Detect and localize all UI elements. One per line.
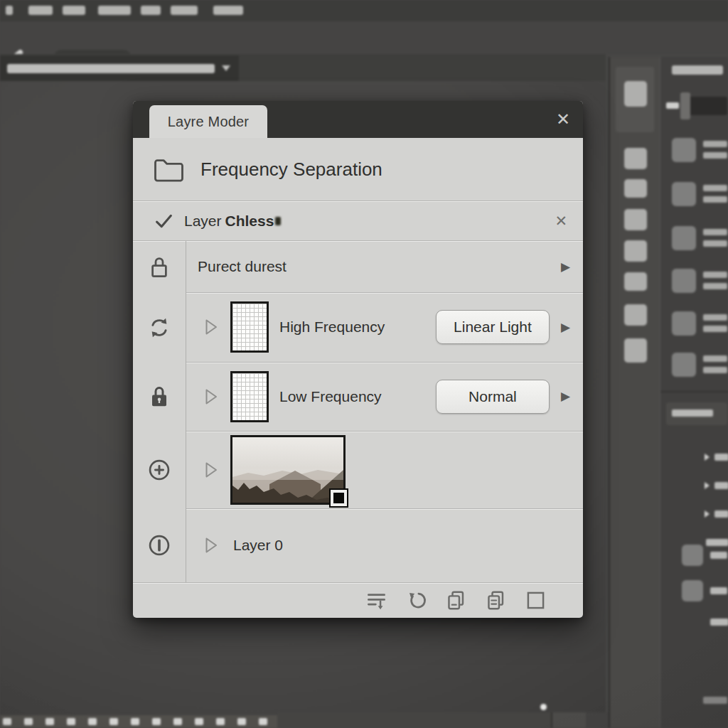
status-icon[interactable] bbox=[24, 718, 33, 725]
status-icon[interactable] bbox=[216, 718, 225, 725]
menu-item-blurred[interactable] bbox=[171, 6, 198, 15]
document-tab[interactable] bbox=[0, 55, 239, 81]
panel-icon-blurred[interactable] bbox=[672, 182, 696, 206]
status-icon[interactable] bbox=[3, 718, 11, 725]
adjust-lines-icon[interactable] bbox=[366, 590, 387, 611]
collapse-arrow-icon[interactable] bbox=[705, 454, 710, 461]
undo-rotate-icon[interactable] bbox=[406, 590, 427, 611]
status-bar-middle bbox=[277, 712, 551, 728]
panel-label-blurred bbox=[703, 229, 727, 235]
dialog-footer-toolbar bbox=[133, 582, 583, 618]
layer-row-purect-durest[interactable]: Purect durest ▶ bbox=[186, 241, 583, 292]
collapse-arrow-icon[interactable] bbox=[705, 482, 710, 489]
menu-item-blurred[interactable] bbox=[213, 6, 243, 15]
group-row-frequency-separation[interactable]: Frequency Separation bbox=[133, 138, 583, 200]
tool-icon-blurred[interactable] bbox=[624, 338, 647, 363]
expand-arrow-icon[interactable]: ▶ bbox=[561, 261, 570, 273]
panel-item-blurred bbox=[714, 482, 728, 489]
layer-label: Purect durest bbox=[198, 258, 287, 275]
layers-rail bbox=[133, 241, 186, 582]
tool-icon-blurred[interactable] bbox=[624, 148, 647, 169]
layer-thumbnail-transparent[interactable] bbox=[230, 371, 269, 422]
panel-icon-blurred[interactable] bbox=[682, 580, 703, 601]
panel-section-header[interactable] bbox=[666, 402, 727, 425]
panel-icon-blurred[interactable] bbox=[672, 226, 696, 250]
expand-arrow-icon[interactable]: ▶ bbox=[561, 390, 570, 402]
panel-icon-blurred[interactable] bbox=[672, 269, 696, 293]
tool-icon-blurred[interactable] bbox=[624, 179, 647, 198]
close-icon[interactable]: ✕ bbox=[555, 213, 567, 228]
menu-item-blurred[interactable] bbox=[63, 6, 85, 15]
tool-icon-blurred[interactable] bbox=[624, 240, 647, 262]
rail-cell[interactable] bbox=[133, 241, 186, 293]
tool-icon-blurred[interactable] bbox=[624, 209, 647, 230]
status-icon[interactable] bbox=[131, 718, 139, 725]
panel-item-blurred bbox=[714, 454, 728, 461]
dialog-titlebar[interactable]: Layre Moder ✕ bbox=[133, 101, 583, 138]
dialog-tab[interactable]: Layre Moder bbox=[149, 105, 267, 138]
panel-icon-blurred[interactable] bbox=[682, 545, 703, 566]
panel-label-blurred bbox=[703, 141, 727, 147]
status-icon[interactable] bbox=[152, 718, 161, 725]
check-icon bbox=[154, 213, 173, 229]
options-bar bbox=[0, 21, 728, 54]
menu-item-blurred[interactable] bbox=[28, 6, 53, 15]
unlock-icon bbox=[149, 255, 170, 279]
layer-row-low-frequency[interactable]: Low Frequency Normal ▶ bbox=[186, 362, 583, 431]
layer-label: Low Frequency bbox=[279, 388, 382, 405]
menu-item-blurred[interactable] bbox=[6, 6, 13, 15]
menu-item-blurred[interactable] bbox=[141, 6, 161, 15]
disclosure-triangle-icon[interactable] bbox=[205, 461, 218, 478]
tool-icon-blurred[interactable] bbox=[624, 272, 647, 291]
status-bar-cell bbox=[551, 712, 587, 728]
add-circle-icon bbox=[148, 459, 171, 481]
layer-thumbnail-image[interactable] bbox=[230, 435, 346, 505]
layer-thumbnail-transparent[interactable] bbox=[230, 301, 269, 353]
rail-cell[interactable] bbox=[133, 508, 186, 582]
document-tab-bar bbox=[0, 54, 606, 81]
new-layer-icon[interactable] bbox=[525, 590, 546, 611]
status-icon[interactable] bbox=[67, 718, 75, 725]
panel-input-blurred[interactable] bbox=[685, 97, 727, 115]
duplicate-layer-icon[interactable] bbox=[486, 590, 506, 611]
panel-icon-blurred[interactable] bbox=[672, 311, 696, 336]
status-icon[interactable] bbox=[173, 718, 182, 725]
panel-slider-knob[interactable] bbox=[680, 92, 690, 119]
status-icon[interactable] bbox=[259, 718, 267, 725]
menu-item-blurred[interactable] bbox=[98, 6, 131, 15]
clip-row[interactable]: Layer Chless ✕ bbox=[133, 200, 583, 240]
rail-cell[interactable] bbox=[133, 362, 186, 431]
status-icon[interactable] bbox=[237, 718, 246, 725]
rail-cell[interactable] bbox=[133, 431, 186, 508]
panel-label-blurred bbox=[703, 152, 727, 159]
tool-icon-blurred[interactable] bbox=[624, 81, 647, 107]
mask-badge-icon[interactable] bbox=[331, 490, 347, 506]
disclosure-triangle-icon[interactable] bbox=[205, 388, 218, 405]
layer-mode-dialog: Layre Moder ✕ Frequency Separation Layer… bbox=[133, 101, 583, 618]
rail-cell[interactable] bbox=[133, 293, 186, 362]
layer-row-high-frequency[interactable]: High Frequency Linear Light ▶ bbox=[186, 292, 583, 361]
status-icon[interactable] bbox=[109, 718, 118, 725]
panel-icon-blurred[interactable] bbox=[672, 353, 696, 377]
expand-arrow-icon[interactable]: ▶ bbox=[561, 321, 570, 333]
layer-row-layer0[interactable]: Layer 0 bbox=[186, 508, 583, 582]
layers-list: Purect durest ▶ High Frequency Linear Li… bbox=[133, 240, 583, 582]
text-artifact bbox=[275, 217, 281, 225]
folder-icon bbox=[152, 156, 186, 183]
blend-mode-value: Normal bbox=[469, 388, 517, 405]
panel-icon-blurred[interactable] bbox=[672, 138, 696, 162]
status-icon[interactable] bbox=[88, 718, 97, 725]
document-title-blurred bbox=[7, 64, 215, 73]
status-icon[interactable] bbox=[46, 718, 54, 725]
panel-item-blurred bbox=[710, 552, 727, 559]
disclosure-triangle-icon[interactable] bbox=[205, 318, 218, 336]
tool-icon-blurred[interactable] bbox=[624, 304, 647, 326]
collapse-arrow-icon[interactable] bbox=[705, 510, 710, 518]
disclosure-triangle-icon[interactable] bbox=[205, 537, 218, 554]
status-icon[interactable] bbox=[195, 718, 203, 725]
layer-row-image[interactable] bbox=[186, 431, 583, 508]
blend-mode-button[interactable]: Linear Light bbox=[436, 310, 550, 344]
blend-mode-button[interactable]: Normal bbox=[436, 380, 550, 414]
duplicate-minus-icon[interactable] bbox=[446, 590, 466, 611]
close-icon[interactable]: ✕ bbox=[556, 111, 570, 128]
